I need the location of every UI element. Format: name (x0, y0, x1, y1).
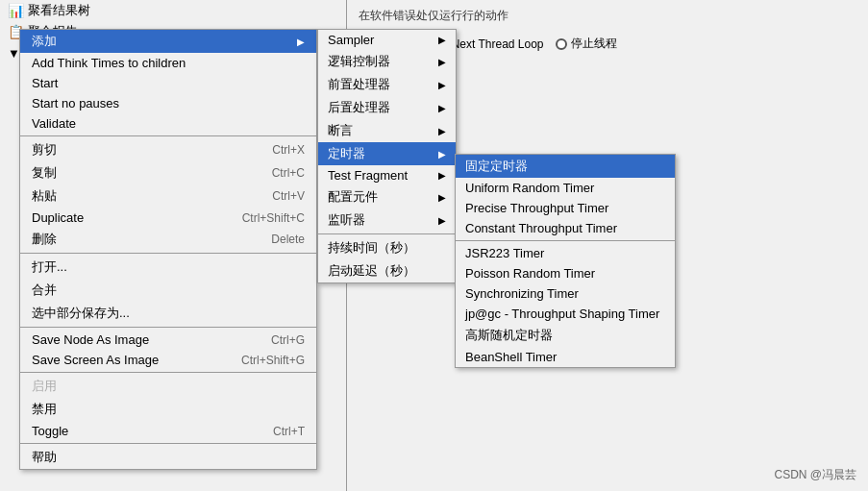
sub1-duration[interactable]: 持续时间（秒） (318, 236, 456, 259)
sub2-uniform[interactable]: Uniform Random Timer (456, 178, 675, 198)
sub1-test-fragment[interactable]: Test Fragment ▶ (318, 165, 456, 185)
shortcut-duplicate: Ctrl+Shift+C (242, 211, 305, 225)
sub1-label-config: 配置元件 (328, 188, 378, 206)
submenu-level2: 固定定时器 Uniform Random Timer Precise Throu… (455, 154, 676, 368)
sub1-label-assert: 断言 (328, 122, 353, 139)
menu-item-start[interactable]: Start (20, 73, 316, 93)
shortcut-copy: Ctrl+C (272, 166, 305, 180)
tree-label-0: 聚看结果树 (28, 2, 90, 19)
sub1-label-logic: 逻辑控制器 (328, 53, 390, 70)
sub1-start-delay[interactable]: 启动延迟（秒） (318, 259, 456, 282)
menu-label-think: Add Think Times to children (32, 56, 186, 70)
menu-item-open[interactable]: 打开... (20, 256, 316, 279)
menu-item-cut[interactable]: 剪切 Ctrl+X (20, 138, 316, 161)
menu-item-add[interactable]: 添加 ▶ (20, 30, 316, 53)
menu-item-save-node[interactable]: Save Node As Image Ctrl+G (20, 330, 316, 350)
menu-item-duplicate[interactable]: Duplicate Ctrl+Shift+C (20, 208, 316, 228)
separator-1 (20, 135, 316, 136)
sub1-label-sampler: Sampler (328, 33, 374, 47)
arrow-config: ▶ (438, 192, 446, 203)
menu-arrow-add: ▶ (297, 37, 305, 47)
sub2-jpgc[interactable]: jp@gc - Throughput Shaping Timer (456, 304, 675, 324)
submenu-level1: Sampler ▶ 逻辑控制器 ▶ 前置处理器 ▶ 后置处理器 ▶ 断言 ▶ 定… (317, 29, 457, 283)
sub2-gauss[interactable]: 高斯随机定时器 (456, 324, 675, 347)
sub1-label-start-delay: 启动延迟（秒） (328, 262, 415, 280)
radio-label-stop: 停止线程 (571, 36, 617, 52)
sub1-pre[interactable]: 前置处理器 ▶ (318, 73, 456, 96)
sub1-post[interactable]: 后置处理器 ▶ (318, 96, 456, 119)
sub2-fixed[interactable]: 固定定时器 (456, 155, 675, 178)
shortcut-toggle: Ctrl+T (273, 425, 305, 438)
tree-icon-0: 📊 (8, 3, 24, 18)
sub1-label-listener: 监听器 (328, 211, 365, 229)
sub1-assert[interactable]: 断言 ▶ (318, 119, 456, 142)
sub2-precise[interactable]: Precise Throughput Timer (456, 198, 675, 218)
tree-collapse-icon: ▼ (8, 46, 20, 61)
arrow-sampler: ▶ (438, 35, 446, 45)
menu-label-start-no-pause: Start no pauses (32, 96, 119, 110)
menu-item-merge[interactable]: 合并 (20, 279, 316, 302)
sub2-label-gauss: 高斯随机定时器 (465, 327, 553, 344)
tree-item-0[interactable]: 📊 聚看结果树 (0, 0, 346, 21)
menu-item-think[interactable]: Add Think Times to children (20, 53, 316, 73)
sub1-config[interactable]: 配置元件 ▶ (318, 185, 456, 209)
menu-label-help: 帮助 (32, 449, 57, 466)
menu-label-copy: 复制 (32, 164, 57, 182)
menu-label-add: 添加 (32, 33, 57, 50)
menu-item-save-selected[interactable]: 选中部分保存为... (20, 302, 316, 325)
menu-item-toggle[interactable]: Toggle Ctrl+T (20, 421, 316, 441)
sub1-label-post: 后置处理器 (328, 99, 390, 116)
menu-label-disable: 禁用 (32, 401, 57, 418)
sub1-timer[interactable]: 定时器 ▶ (318, 142, 456, 165)
menu-label-save-selected: 选中部分保存为... (32, 305, 130, 322)
menu-label-cut: 剪切 (32, 141, 57, 159)
shortcut-cut: Ctrl+X (272, 143, 305, 157)
radio-stop-thread[interactable]: 停止线程 (556, 36, 617, 52)
sub2-constant[interactable]: Constant Throughput Timer (456, 218, 675, 238)
sub1-label-test-fragment: Test Fragment (328, 168, 408, 183)
menu-item-disable[interactable]: 禁用 (20, 398, 316, 421)
sub2-jsr[interactable]: JSR223 Timer (456, 243, 675, 263)
menu-item-copy[interactable]: 复制 Ctrl+C (20, 161, 316, 184)
sub2-sync[interactable]: Synchronizing Timer (456, 283, 675, 304)
shortcut-save-node: Ctrl+G (271, 333, 305, 347)
shortcut-delete: Delete (271, 233, 305, 246)
sub2-label-sync: Synchronizing Timer (465, 286, 579, 301)
sub1-logic[interactable]: 逻辑控制器 ▶ (318, 50, 456, 73)
menu-label-paste: 粘贴 (32, 187, 57, 205)
menu-label-validate: Validate (32, 116, 76, 131)
sub2-poisson[interactable]: Poisson Random Timer (456, 263, 675, 283)
menu-label-merge: 合并 (32, 282, 57, 299)
menu-item-paste[interactable]: 粘贴 Ctrl+V (20, 184, 316, 208)
arrow-timer: ▶ (438, 149, 446, 160)
sub2-label-poisson: Poisson Random Timer (465, 266, 595, 281)
separator-4 (20, 372, 316, 373)
menu-item-delete[interactable]: 删除 Delete (20, 228, 316, 251)
sub1-label-duration: 持续时间（秒） (328, 239, 415, 257)
sub1-listener[interactable]: 监听器 ▶ (318, 209, 456, 232)
header-text: 在软件错误处仅运行行的动作 (359, 8, 856, 24)
arrow-pre: ▶ (438, 80, 446, 90)
separator-5 (20, 443, 316, 444)
menu-item-start-no-pause[interactable]: Start no pauses (20, 93, 316, 113)
sub2-label-jpgc: jp@gc - Throughput Shaping Timer (465, 307, 659, 321)
arrow-listener: ▶ (438, 215, 446, 226)
menu-item-save-screen[interactable]: Save Screen As Image Ctrl+Shift+G (20, 350, 316, 370)
menu-label-save-screen: Save Screen As Image (32, 353, 159, 367)
menu-label-enable: 启用 (32, 378, 57, 395)
sub2-label-constant: Constant Throughput Timer (465, 221, 617, 235)
sub2-beanshell[interactable]: BeanShell Timer (456, 347, 675, 367)
sub2-label-uniform: Uniform Random Timer (465, 181, 594, 195)
sub1-label-timer: 定时器 (328, 145, 365, 162)
sub2-label-fixed: 固定定时器 (465, 158, 528, 175)
menu-label-save-node: Save Node As Image (32, 332, 149, 347)
shortcut-paste: Ctrl+V (272, 189, 305, 203)
menu-item-validate[interactable]: Validate (20, 113, 316, 134)
context-menu-left: 添加 ▶ Add Think Times to children Start S… (19, 29, 317, 470)
arrow-test-fragment: ▶ (438, 170, 446, 181)
sub2-label-jsr: JSR223 Timer (465, 246, 544, 260)
sub1-sampler[interactable]: Sampler ▶ (318, 30, 456, 50)
arrow-logic: ▶ (438, 57, 446, 67)
menu-item-help[interactable]: 帮助 (20, 446, 316, 469)
menu-item-enable[interactable]: 启用 (20, 375, 316, 398)
